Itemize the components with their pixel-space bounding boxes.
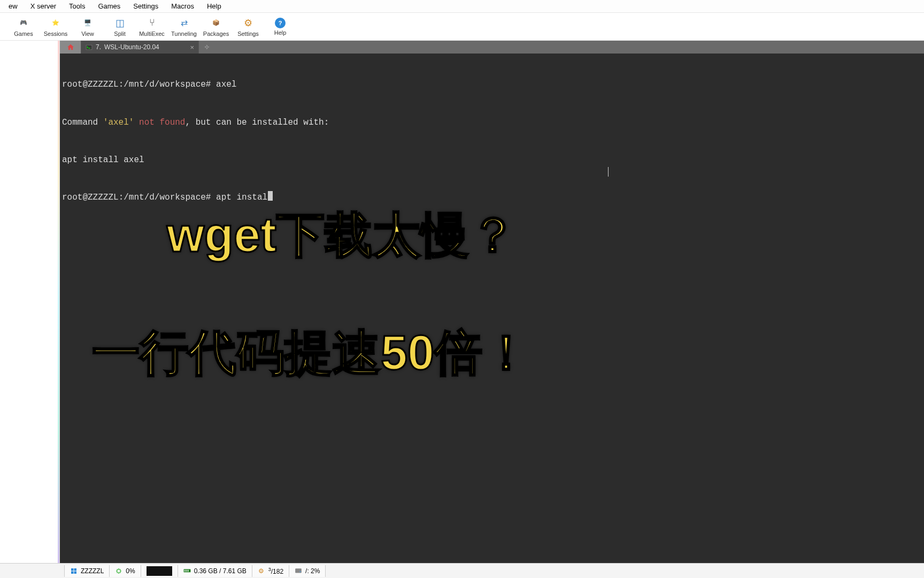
tool-label: Help [274, 29, 287, 36]
status-disk[interactable]: /: 2% [289, 565, 326, 577]
tool-sessions[interactable]: ⭐ Sessions [40, 17, 72, 37]
disk-icon [295, 567, 302, 575]
graph-icon [147, 566, 172, 576]
tool-settings[interactable]: ⚙ Settings [232, 17, 264, 37]
tool-label: Sessions [44, 31, 68, 37]
sessions-icon: ⭐ [49, 17, 62, 29]
svg-rect-2 [74, 568, 77, 571]
windows-icon [70, 567, 78, 575]
tunneling-icon: ⇄ [178, 17, 190, 29]
packages-icon: 📦 [210, 17, 222, 29]
status-host[interactable]: ZZZZZL [64, 565, 110, 577]
err-post: , but can be installed with: [185, 118, 329, 127]
status-mem[interactable]: 0.36 GB / 7.61 GB [178, 565, 252, 577]
help-icon: ? [275, 18, 286, 28]
terminal-icon [86, 44, 93, 51]
svg-rect-9 [187, 569, 187, 572]
prompt: root@ZZZZZL [62, 193, 119, 202]
tool-multiexec[interactable]: ⑂ MultiExec [136, 17, 168, 37]
tool-label: View [81, 31, 94, 37]
tool-split[interactable]: ◫ Split [104, 17, 136, 37]
tool-label: Packages [203, 31, 229, 37]
menubar: ew X server Tools Games Settings Macros … [0, 0, 924, 13]
toolbar: 🎮 Games ⭐ Sessions 🖥️ View ◫ Split ⑂ Mul… [0, 13, 924, 41]
svg-rect-3 [71, 571, 74, 574]
status-proc[interactable]: ⚙ 3/182 [252, 565, 289, 577]
tab-close[interactable]: × [190, 43, 194, 51]
menu-tools[interactable]: Tools [63, 1, 91, 11]
menu-settings[interactable]: Settings [127, 1, 165, 11]
svg-rect-10 [188, 569, 188, 572]
tool-help[interactable]: ? Help [264, 18, 296, 36]
tool-label: Games [14, 31, 33, 37]
err-cmd: 'axel' [103, 118, 134, 127]
tab-index: 7. [96, 43, 101, 51]
err-not: not found [134, 118, 185, 127]
svg-rect-8 [186, 569, 186, 572]
menu-games[interactable]: Games [91, 1, 127, 11]
prompt-path: :/mnt/d/workspace# [119, 193, 216, 202]
status-proc-text: 3/182 [268, 567, 283, 575]
statusbar: ZZZZZL 0% 0.36 GB / 7.61 GB ⚙ 3/182 /: 2… [0, 563, 924, 578]
tool-label: Settings [237, 31, 259, 37]
status-host-text: ZZZZZL [81, 567, 104, 575]
status-graph[interactable] [141, 565, 178, 577]
gear-icon: ⚙ [258, 567, 265, 575]
menu-macros[interactable]: Macros [165, 1, 201, 11]
svg-rect-5 [117, 569, 120, 573]
suggestion: apt install axel [62, 155, 144, 165]
status-cpu-text: 0% [126, 567, 135, 575]
multiexec-icon: ⑂ [145, 17, 158, 29]
tool-label: Split [114, 31, 125, 37]
sidebar [0, 41, 60, 563]
home-icon [67, 43, 74, 51]
svg-point-12 [300, 571, 301, 572]
status-mem-text: 0.36 GB / 7.61 GB [194, 567, 247, 575]
main-area: 7. WSL-Ubuntu-20.04 × ✧ root@ZZZZZL:/mnt… [0, 41, 924, 563]
content: 7. WSL-Ubuntu-20.04 × ✧ root@ZZZZZL:/mnt… [60, 41, 924, 563]
cpu-icon [115, 567, 122, 575]
svg-rect-1 [71, 568, 74, 571]
status-disk-text: /: 2% [305, 567, 320, 575]
tabbar: 7. WSL-Ubuntu-20.04 × ✧ [60, 41, 924, 54]
err-pre: Command [62, 118, 103, 127]
tab-title: WSL-Ubuntu-20.04 [104, 43, 159, 51]
view-icon: 🖥️ [81, 17, 94, 29]
split-icon: ◫ [113, 17, 126, 29]
games-icon: 🎮 [17, 17, 30, 29]
svg-rect-7 [184, 569, 184, 572]
tab-home[interactable] [60, 41, 81, 54]
cursor-block [268, 191, 273, 201]
tab-new[interactable]: ✧ [199, 41, 215, 54]
text-caret [608, 167, 609, 177]
tool-games[interactable]: 🎮 Games [7, 17, 40, 37]
menu-help[interactable]: Help [201, 1, 228, 11]
status-cpu[interactable]: 0% [109, 565, 141, 577]
tool-view[interactable]: 🖥️ View [72, 17, 104, 37]
tool-tunneling[interactable]: ⇄ Tunneling [168, 17, 200, 37]
menu-ew[interactable]: ew [2, 1, 24, 11]
ram-icon [183, 567, 191, 575]
tool-packages[interactable]: 📦 Packages [200, 17, 232, 37]
tool-label: MultiExec [139, 31, 165, 37]
svg-rect-11 [295, 568, 302, 573]
svg-rect-4 [74, 571, 77, 574]
menu-xserver[interactable]: X server [24, 1, 63, 11]
terminal[interactable]: root@ZZZZZL:/mnt/d/workspace# axel Comma… [60, 54, 924, 563]
settings-icon: ⚙ [242, 17, 255, 29]
overlay-line2: 一行代码提速50倍！ [92, 300, 530, 406]
command: axel [216, 80, 236, 89]
prompt: root@ZZZZZL [62, 80, 119, 89]
tab-wsl-ubuntu[interactable]: 7. WSL-Ubuntu-20.04 × [81, 41, 199, 54]
tool-label: Tunneling [171, 31, 197, 37]
typing: apt instal [216, 193, 267, 202]
svg-rect-0 [86, 45, 92, 50]
prompt-path: :/mnt/d/workspace# [119, 80, 216, 89]
